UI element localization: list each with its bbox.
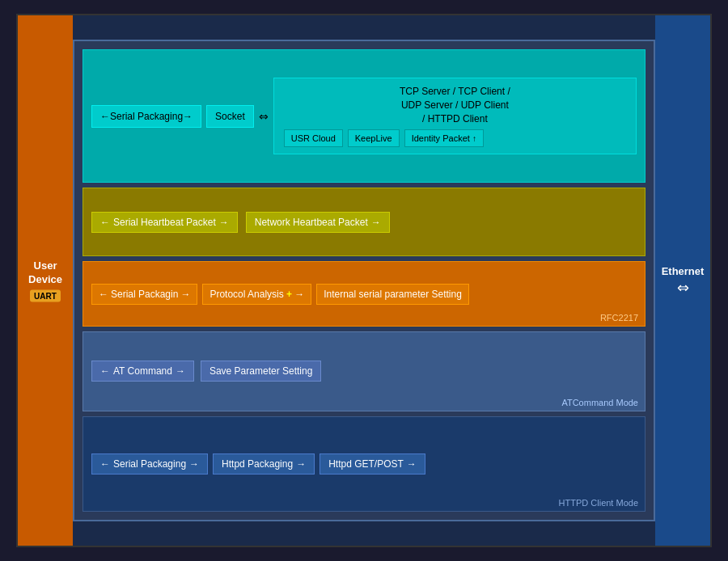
identity-packet-label: Identity Packet (412, 133, 470, 143)
httpd-label: HTTPD Client Mode (559, 498, 638, 508)
section-rfc: ← Serial Packagin → Protocol Analysis + … (83, 261, 645, 327)
ethernet-label: Ethernet (662, 265, 705, 277)
serial-hb-label: Serial Heartbeat Packet (113, 217, 216, 228)
protocol-analysis-box: Protocol Analysis + → (202, 284, 311, 305)
ethernet-arrow: ⇔ (677, 279, 689, 297)
serial-packaging-label: Serial Packaging (110, 111, 183, 122)
save-param-label: Save Parameter Setting (210, 365, 312, 377)
rfc-serial-box: ← Serial Packagin → (91, 284, 197, 305)
uart-badge: UART (30, 289, 61, 302)
at-right-arrow: → (176, 365, 185, 377)
httpd-packaging-box: Httpd Packaging → (213, 453, 315, 475)
user-device-label: UserDevice UART (18, 259, 73, 302)
httpd-getpost-box: Httpd GET/POST → (320, 453, 425, 475)
tcp-arrow-1: ⇔ (259, 110, 269, 123)
rfc-right-arrow-2: → (294, 289, 304, 300)
protocol-analysis-label: Protocol Analysis + (210, 289, 292, 300)
tcp-sub-row: USR Cloud KeepLive Identity Packet ↑ (284, 129, 626, 147)
left-bar: UserDevice UART (18, 15, 73, 546)
section-tcp: ← Serial Packaging → Socket ⇔ TCP Server… (83, 49, 645, 183)
right-arrow-serial: → (183, 111, 193, 122)
socket-label: Socket (215, 111, 245, 122)
left-arrow-serial: ← (100, 111, 110, 122)
serial-hb-left-arrow: ← (100, 217, 110, 228)
tcp-server-box: TCP Server / TCP Client /UDP Server / UD… (273, 78, 637, 154)
serial-hb-box: ← Serial Heartbeat Packet → (91, 212, 238, 233)
rfc-right-arrow-1: → (180, 289, 190, 300)
rfc-left-arrow: ← (99, 289, 108, 300)
section-heartbeat: ← Serial Heartbeat Packet → Network Hear… (83, 188, 645, 256)
httpd-getpost-label: Httpd GET/POST (328, 458, 404, 470)
httpd-right-arrow-1: → (189, 458, 199, 470)
httpd-right-arrow-3: → (407, 458, 417, 470)
section-httpd: ← Serial Packaging → Httpd Packaging → H… (83, 416, 645, 512)
network-hb-label: Network Heartbeat Packet (255, 217, 368, 228)
right-bar: Ethernet ⇔ (655, 15, 710, 546)
httpd-serial-label: Serial Packaging (113, 458, 186, 470)
httpd-left-arrow: ← (100, 458, 110, 470)
at-left-arrow: ← (100, 365, 110, 377)
identity-up-arrow: ↑ (472, 134, 476, 143)
network-hb-box: Network Heartbeat Packet → (246, 212, 390, 233)
rfc-serial-label: Serial Packagin (111, 289, 178, 300)
ethernet-area: Ethernet ⇔ (655, 265, 710, 297)
tcp-server-label: TCP Server / TCP Client /UDP Server / UD… (284, 85, 626, 125)
httpd-right-arrow-2: → (296, 458, 306, 470)
usr-cloud-label: USR Cloud (291, 133, 336, 143)
network-hb-right-arrow: → (371, 217, 381, 228)
keeplive-label: KeepLive (355, 133, 392, 143)
serial-hb-right-arrow: → (219, 217, 229, 228)
socket-box: Socket (206, 105, 254, 128)
internal-serial-label: Internal serial parameter Setting (324, 289, 462, 300)
at-command-label: AT Command (113, 365, 172, 377)
save-param-box: Save Parameter Setting (201, 361, 321, 382)
keeplive-box: KeepLive (348, 129, 400, 147)
serial-packaging-box: ← Serial Packaging → (91, 105, 201, 128)
user-device-text: UserDevice (28, 259, 62, 287)
at-command-box: ← AT Command → (91, 361, 194, 382)
section-at: ← AT Command → Save Parameter Setting AT… (83, 331, 645, 411)
plus-icon: + (286, 289, 292, 300)
diagram-wrapper: UserDevice UART Ethernet ⇔ ← Serial Pack… (16, 14, 712, 547)
internal-serial-box: Internal serial parameter Setting (316, 284, 469, 305)
at-label: ATCommand Mode (561, 398, 638, 407)
httpd-serial-box: ← Serial Packaging → (91, 453, 208, 475)
identity-packet-box: Identity Packet ↑ (404, 129, 484, 147)
httpd-packaging-label: Httpd Packaging (222, 458, 293, 470)
main-content: ← Serial Packaging → Socket ⇔ TCP Server… (73, 40, 655, 521)
usr-cloud-box: USR Cloud (284, 129, 343, 147)
rfc-label: RFC2217 (600, 313, 638, 323)
